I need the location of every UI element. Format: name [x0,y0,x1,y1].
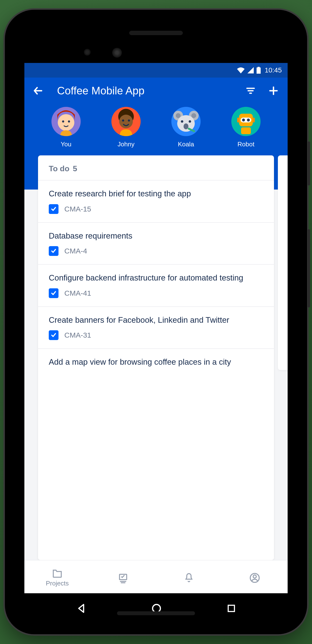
tab-profile[interactable] [222,572,288,583]
phone-frame: 10:45 Coffee Mobile App [5,10,307,634]
wifi-icon [237,67,245,74]
svg-point-4 [68,120,70,123]
filter-button[interactable] [244,84,257,97]
column-name: To do [49,164,69,173]
card-key: CMA-41 [64,289,91,297]
phone-side-button [308,229,310,307]
card-meta: CMA-4 [49,246,263,256]
person-icon [51,107,81,136]
svg-point-8 [128,120,130,122]
svg-point-14 [181,120,183,123]
android-nav-bar [12,596,300,620]
avatar-robot[interactable]: Robot [231,107,261,148]
svg-rect-22 [237,118,240,122]
svg-point-27 [253,575,257,578]
robot-icon [231,107,261,136]
avatar-label: Robot [237,140,254,148]
phone-side-button [308,142,310,186]
column-header: To do 5 [38,156,274,180]
tab-projects[interactable]: Projects [24,568,90,587]
folder-icon [52,568,63,578]
card-title: Create banners for Facebook, Linkedin an… [49,315,263,326]
person-icon [111,107,141,136]
card-title: Database requirements [49,230,263,242]
android-back-icon[interactable] [75,602,87,614]
card-key: CMA-4 [64,247,87,255]
filter-icon [246,86,256,96]
svg-point-11 [176,113,181,118]
svg-rect-23 [252,118,255,122]
svg-point-6 [119,115,133,128]
card-meta: CMA-41 [49,288,263,298]
next-column-peek[interactable] [278,156,288,370]
svg-point-2 [58,114,74,131]
status-time: 10:45 [265,66,282,74]
avatar-label: You [61,140,71,148]
avatar-row: You Johny [24,103,288,148]
add-button[interactable] [267,84,280,97]
card-meta: CMA-31 [49,330,263,340]
card-list: Create research brief for testing the ap… [38,180,274,381]
svg-rect-0 [257,68,261,74]
svg-rect-24 [241,127,251,134]
avatar-image [171,107,201,136]
avatar-johny[interactable]: Johny [111,107,141,148]
task-type-icon [49,330,58,340]
column-count: 5 [73,164,77,173]
svg-point-12 [191,113,196,118]
phone-camera [84,49,91,56]
card-key: CMA-15 [64,205,91,213]
svg-point-3 [62,120,64,123]
avatar-koala[interactable]: Koala [171,107,201,148]
svg-point-16 [184,124,188,129]
card-item[interactable]: Configure backend infrastructure for aut… [38,264,274,306]
task-type-icon [49,246,58,256]
board[interactable]: To do 5 Create research brief for testin… [24,156,288,560]
avatar-label: Koala [178,140,194,148]
svg-point-20 [242,118,245,122]
avatar-label: Johny [117,140,134,148]
app-screen: 10:45 Coffee Mobile App [24,63,288,593]
tab-notifications[interactable] [156,572,222,584]
card-item[interactable]: Database requirementsCMA-4 [38,222,274,264]
task-type-icon [49,288,58,298]
tab-label: Projects [46,580,69,587]
phone-speaker-bottom [117,611,195,615]
profile-icon [249,572,260,583]
tab-boards[interactable] [90,572,156,583]
svg-rect-29 [228,605,235,612]
bell-icon [184,572,194,584]
card-item[interactable]: Create banners for Facebook, Linkedin an… [38,306,274,348]
avatar-you[interactable]: You [51,107,81,148]
signal-icon [247,67,254,74]
avatar-image [231,107,261,136]
card-item[interactable]: Create research brief for testing the ap… [38,180,274,222]
svg-point-21 [247,118,250,122]
card-meta: CMA-15 [49,204,263,214]
battery-icon [257,67,261,74]
task-type-icon [49,204,58,214]
card-item[interactable]: Add a map view for browsing coffee place… [38,348,274,381]
plus-icon [268,86,279,96]
avatar-image [51,107,81,136]
title-bar: Coffee Mobile App [24,78,288,103]
avatar-image [111,107,141,136]
tab-bar: Projects [24,560,288,593]
board-icon [118,572,128,583]
card-title: Create research brief for testing the ap… [49,188,263,199]
svg-point-7 [122,120,124,122]
android-recents-icon[interactable] [226,603,237,614]
arrow-left-icon [33,86,43,96]
status-bar: 10:45 [24,63,288,78]
page-title: Coffee Mobile App [50,85,234,97]
card-title: Add a map view for browsing coffee place… [49,357,263,368]
back-button[interactable] [32,85,44,96]
koala-icon [171,107,201,136]
svg-rect-1 [258,67,260,68]
phone-camera [112,48,122,58]
column-todo: To do 5 Create research brief for testin… [38,156,274,560]
card-title: Configure backend infrastructure for aut… [49,272,263,284]
phone-speaker [129,31,183,35]
phone-body: 10:45 Coffee Mobile App [12,16,300,628]
card-key: CMA-31 [64,331,91,339]
